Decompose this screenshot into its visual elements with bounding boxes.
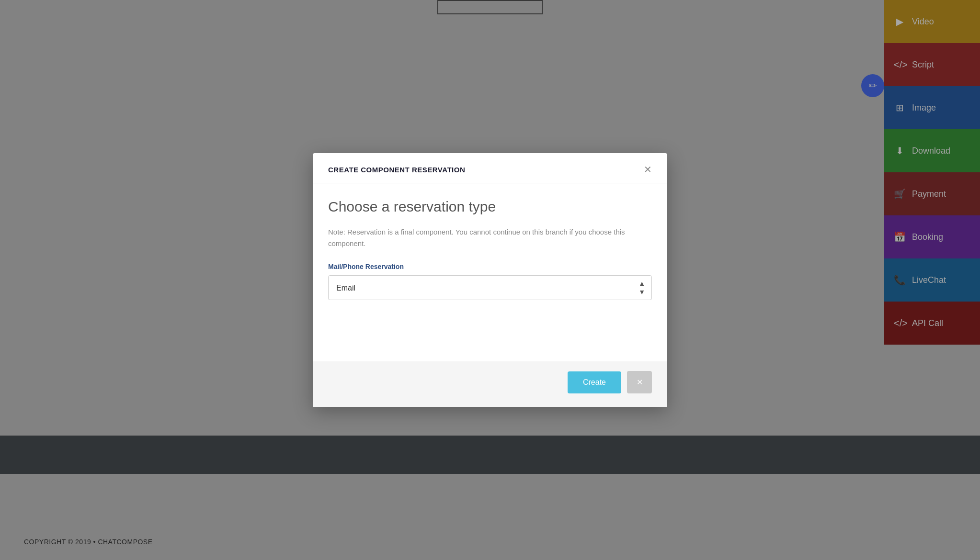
modal-body: Choose a reservation type Note: Reservat… xyxy=(313,183,667,361)
create-button[interactable]: Create xyxy=(568,371,621,393)
modal-header: CREATE COMPONENT RESERVATION ✕ xyxy=(313,153,667,183)
modal-dialog: CREATE COMPONENT RESERVATION ✕ Choose a … xyxy=(313,153,667,407)
modal-note: Note: Reservation is a final component. … xyxy=(328,226,625,249)
cancel-button[interactable]: ✕ xyxy=(627,371,652,393)
modal-footer: Create ✕ xyxy=(313,361,667,407)
modal-close-button[interactable]: ✕ xyxy=(644,165,652,174)
select-wrapper: Email Phone Mail ▲ ▼ xyxy=(328,275,652,300)
field-label: Mail/Phone Reservation xyxy=(328,263,652,270)
reservation-type-select[interactable]: Email Phone Mail xyxy=(328,275,652,300)
modal-overlay: CREATE COMPONENT RESERVATION ✕ Choose a … xyxy=(0,0,980,560)
modal-heading: Choose a reservation type xyxy=(328,199,652,215)
modal-title: CREATE COMPONENT RESERVATION xyxy=(328,166,465,174)
